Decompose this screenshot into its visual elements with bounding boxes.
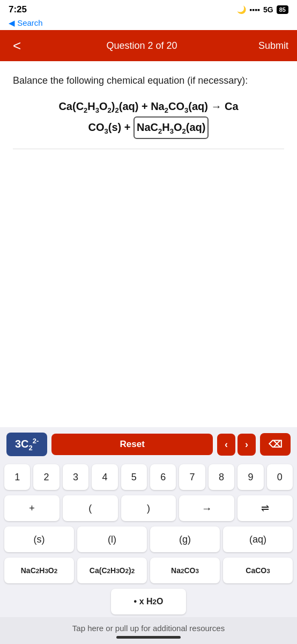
state-row: (s) (l) (g) (aq) <box>0 524 297 555</box>
key-4[interactable]: 4 <box>92 464 117 490</box>
nav-group: ‹ › <box>217 434 256 456</box>
question-instruction: Balance the following chemical equation … <box>13 74 284 87</box>
key-water[interactable]: • x H2O <box>111 589 186 614</box>
reset-button[interactable]: Reset <box>51 434 213 455</box>
key-liquid[interactable]: (l) <box>77 526 147 552</box>
chemical-equation: Ca(C2H3O2)2(aq) + Na2CO3(aq) → Ca CO3(s)… <box>13 97 284 139</box>
search-row[interactable]: ◀ Search <box>0 17 297 30</box>
nav-right-button[interactable]: › <box>237 434 256 456</box>
key-nac2h3o2[interactable]: NaC2H3O2 <box>4 558 74 583</box>
key-caco3[interactable]: CaCO3 <box>223 558 293 583</box>
resource-label: Tap here or pull up for additional resou… <box>72 624 225 633</box>
moon-icon: 🌙 <box>237 5 246 14</box>
number-row: 1 2 3 4 5 6 7 8 9 0 <box>0 462 297 493</box>
key-arrow[interactable]: → <box>179 495 234 521</box>
status-time: 7:25 <box>9 4 27 15</box>
signal-bars-icon: ▪▪▪▪ <box>249 5 260 14</box>
battery-indicator: 85 <box>277 5 288 14</box>
key-close-paren[interactable]: ) <box>121 495 176 521</box>
key-7[interactable]: 7 <box>179 464 205 490</box>
back-button[interactable]: < <box>9 36 25 55</box>
key-9[interactable]: 9 <box>237 464 263 490</box>
key-8[interactable]: 8 <box>209 464 234 490</box>
display-bar: 3C22- Reset ‹ › ⌫ <box>0 427 297 462</box>
key-0[interactable]: 0 <box>267 464 293 490</box>
key-solid[interactable]: (s) <box>4 526 74 552</box>
main-content: Balance the following chemical equation … <box>0 61 297 158</box>
symbol-row: + ( ) → ⇌ <box>0 493 297 524</box>
keyboard-area: 3C22- Reset ‹ › ⌫ 1 2 3 4 5 6 7 8 9 0 + … <box>0 427 297 644</box>
network-type: 5G <box>263 5 273 14</box>
key-5[interactable]: 5 <box>121 464 147 490</box>
resource-bar[interactable]: Tap here or pull up for additional resou… <box>0 617 297 644</box>
nav-left-button[interactable]: ‹ <box>217 434 235 456</box>
status-icons: 🌙 ▪▪▪▪ 5G 85 <box>237 5 288 14</box>
key-2[interactable]: 2 <box>33 464 59 490</box>
key-plus[interactable]: + <box>4 495 60 521</box>
key-aqueous[interactable]: (aq) <box>223 526 293 552</box>
key-3[interactable]: 3 <box>63 464 88 490</box>
delete-button[interactable]: ⌫ <box>260 433 291 456</box>
submit-button[interactable]: Submit <box>258 40 288 52</box>
water-row: • x H2O <box>0 586 297 617</box>
compound-row: NaC2H3O2 Ca(C2H3O2)2 Na2CO3 CaCO3 <box>0 555 297 586</box>
current-token: 3C22- <box>6 433 47 456</box>
key-1[interactable]: 1 <box>4 464 30 490</box>
status-bar: 7:25 🌙 ▪▪▪▪ 5G 85 <box>0 0 297 17</box>
key-na2co3[interactable]: Na2CO3 <box>150 558 220 583</box>
key-cac2h3o2-2[interactable]: Ca(C2H3O2)2 <box>77 558 147 583</box>
key-equilibrium[interactable]: ⇌ <box>237 495 293 521</box>
key-gas[interactable]: (g) <box>150 526 220 552</box>
back-to-search[interactable]: ◀ Search <box>9 18 43 27</box>
app-header: < Question 2 of 20 Submit <box>0 30 297 61</box>
question-counter: Question 2 of 20 <box>25 40 258 52</box>
key-6[interactable]: 6 <box>150 464 176 490</box>
content-divider <box>13 149 284 149</box>
home-indicator <box>116 636 181 639</box>
key-open-paren[interactable]: ( <box>63 495 118 521</box>
